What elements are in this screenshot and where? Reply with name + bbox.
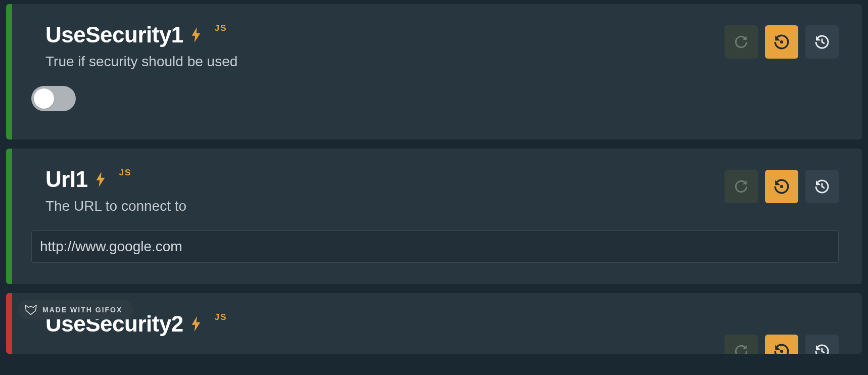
refresh-button[interactable] — [725, 335, 758, 354]
action-bar — [725, 335, 839, 354]
setting-card-usesecurity2: UseSecurity2 JS — [6, 293, 862, 354]
refresh-button[interactable] — [725, 170, 758, 203]
bolt-icon — [190, 316, 202, 332]
history-icon — [814, 34, 830, 50]
action-bar — [725, 170, 839, 203]
setting-title: UseSecurity1 — [45, 22, 183, 48]
title-block: Url1 JS The URL to connect to — [45, 167, 186, 214]
refresh-icon — [733, 178, 749, 195]
restore-button[interactable] — [765, 335, 798, 354]
svg-point-0 — [780, 40, 783, 43]
bolt-icon — [190, 27, 202, 42]
card-header: UseSecurity2 JS — [45, 311, 839, 337]
bolt-icon — [95, 172, 106, 187]
fox-icon — [24, 304, 37, 315]
svg-point-2 — [780, 350, 783, 353]
setting-description: True if security should be used — [45, 54, 237, 70]
restore-icon — [773, 178, 790, 195]
toggle-switch[interactable] — [31, 86, 76, 111]
js-badge: JS — [215, 312, 227, 322]
title-row: Url1 JS — [45, 167, 186, 192]
status-stripe — [6, 293, 12, 354]
action-bar — [725, 25, 839, 59]
status-stripe — [6, 149, 12, 284]
history-icon — [814, 343, 830, 354]
restore-icon — [773, 33, 790, 51]
setting-card-url1: Url1 JS The URL to connect to — [6, 149, 862, 284]
refresh-button[interactable] — [725, 25, 758, 59]
refresh-icon — [733, 343, 749, 354]
title-block: UseSecurity1 JS True if security should … — [45, 22, 237, 70]
svg-point-1 — [780, 185, 783, 188]
js-badge: JS — [119, 168, 132, 178]
card-header: Url1 JS The URL to connect to — [45, 167, 839, 214]
refresh-icon — [733, 34, 749, 50]
history-icon — [814, 178, 830, 195]
setting-description: The URL to connect to — [45, 198, 186, 214]
watermark-label: MADE WITH GIFOX — [42, 306, 122, 314]
gifox-watermark[interactable]: MADE WITH GIFOX — [18, 300, 133, 319]
restore-button[interactable] — [765, 25, 798, 59]
history-button[interactable] — [805, 25, 839, 59]
restore-icon — [773, 343, 790, 354]
status-stripe — [6, 4, 12, 139]
card-header: UseSecurity1 JS True if security should … — [45, 22, 839, 70]
js-badge: JS — [215, 23, 227, 33]
url-input[interactable] — [31, 230, 839, 263]
history-button[interactable] — [805, 170, 839, 203]
history-button[interactable] — [805, 335, 839, 354]
setting-card-usesecurity1: UseSecurity1 JS True if security should … — [6, 4, 862, 139]
toggle-knob — [34, 88, 54, 109]
setting-title: Url1 — [45, 167, 88, 192]
title-row: UseSecurity1 JS — [45, 22, 237, 48]
restore-button[interactable] — [765, 170, 798, 203]
